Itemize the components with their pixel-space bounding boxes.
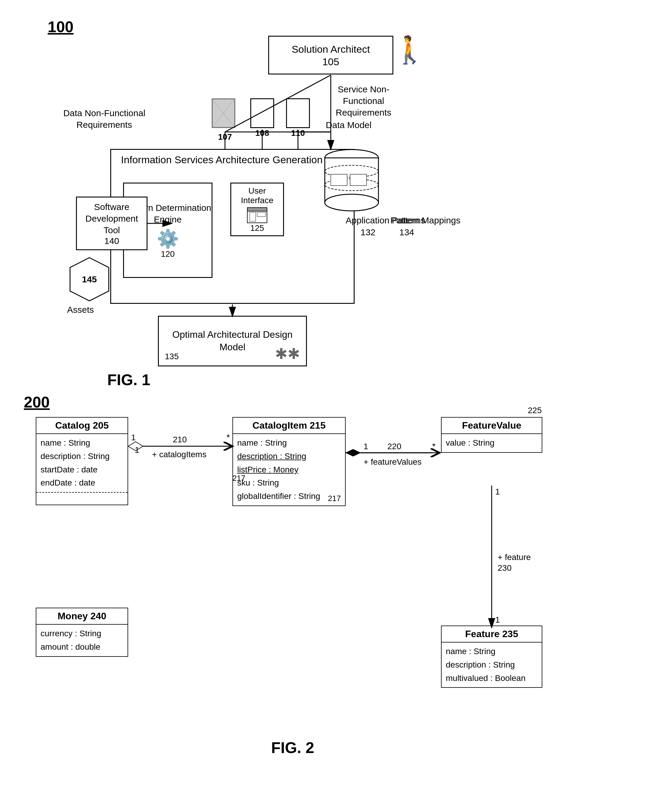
- svg-text:+ featureValues: + featureValues: [364, 457, 422, 467]
- doc-108: 108: [250, 98, 274, 128]
- data-nonfunctional-label: Data Non-Functional Requirements: [63, 107, 146, 131]
- featurevalue-body: value : String: [441, 434, 542, 452]
- fig2-caption: FIG. 2: [271, 739, 314, 757]
- svg-text:210: 210: [173, 435, 187, 444]
- oadm-num: 135: [165, 352, 179, 361]
- svg-rect-4: [247, 208, 267, 211]
- pde-num: 120: [161, 249, 175, 259]
- svg-text:1: 1: [131, 433, 136, 442]
- doc-108-label: 108: [255, 128, 269, 138]
- money-box: Money 240 currency : String amount : dou…: [36, 608, 128, 657]
- money-title: Money 240: [36, 608, 128, 625]
- fig1-diagram: 100 Solution Architect 105 🚶 107 108 110: [24, 18, 639, 370]
- page: 100 Solution Architect 105 🚶 107 108 110: [0, 0, 663, 812]
- svg-text:*: *: [226, 432, 230, 442]
- feature-body: name : String description : String multi…: [441, 642, 542, 687]
- app-patterns-num: 132: [361, 226, 375, 238]
- gear-icon: ⚙️: [157, 228, 179, 249]
- svg-rect-13: [350, 174, 367, 186]
- pattern-mappings-num: 134: [399, 226, 414, 238]
- ui-box: User Interface 125: [230, 182, 284, 236]
- database-cylinder: [322, 149, 382, 215]
- isagt-label: Information Services Architecture Genera…: [111, 154, 354, 166]
- svg-text:1: 1: [364, 442, 368, 451]
- svg-line-22: [225, 75, 331, 132]
- svg-marker-38: [346, 449, 361, 456]
- catalog-body: name : String description : String start…: [36, 434, 128, 492]
- money-body: currency : String amount : double: [36, 625, 128, 656]
- svg-text:1: 1: [495, 615, 500, 624]
- person-icon: 🚶: [393, 36, 426, 63]
- catalogitem-title: CatalogItem 215: [233, 418, 345, 434]
- svg-text:230: 230: [498, 563, 512, 573]
- featurevalue-title: FeatureValue: [441, 418, 542, 434]
- solution-architect-box: Solution Architect 105: [268, 36, 393, 74]
- featurevalue-ref-num: 225: [528, 406, 542, 415]
- doc-110-label: 110: [291, 128, 305, 138]
- feature-box: Feature 235 name : String description : …: [441, 626, 542, 688]
- svg-text:+ catalogItems: + catalogItems: [152, 450, 207, 459]
- fig1-ref-label: 100: [48, 18, 74, 36]
- feature-title: Feature 235: [441, 626, 542, 642]
- sdt-box: Software Development Tool 140: [76, 197, 147, 250]
- catalogitem-box: CatalogItem 215 name : String descriptio…: [233, 417, 346, 506]
- svg-rect-12: [331, 174, 347, 186]
- doc-110: 110: [286, 98, 310, 128]
- fig1-caption: FIG. 1: [107, 371, 150, 389]
- sdt-num: 140: [104, 236, 119, 246]
- featurevalue-box: 225 FeatureValue value : String: [441, 417, 542, 453]
- doc-107: 107: [212, 98, 238, 131]
- svg-marker-30: [128, 442, 143, 451]
- svg-point-9: [325, 194, 378, 211]
- pattern-mappings-label: Pattern Mappings: [390, 215, 460, 226]
- ui-label: User Interface: [231, 186, 283, 205]
- oadm-box: Optimal Architectural Design Model 135 ✱…: [158, 316, 307, 366]
- svg-text:1: 1: [135, 445, 139, 455]
- ref-217-label: 217: [233, 474, 245, 483]
- svg-text:*: *: [432, 441, 436, 451]
- catalogitem-ref: 217: [328, 494, 341, 503]
- sparkle-icon: ✱✱: [275, 345, 300, 363]
- svg-text:+ feature: + feature: [498, 552, 531, 562]
- sdt-label: Software Development Tool: [77, 201, 147, 236]
- data-model-label: Data Model: [325, 119, 372, 131]
- assets-label: Assets: [67, 304, 94, 315]
- fig2-diagram: 200 Catalog 205 name : String descriptio…: [24, 393, 639, 804]
- ui-num: 125: [250, 223, 264, 233]
- catalog-title: Catalog 205: [36, 418, 128, 434]
- fig2-ref-label: 200: [24, 393, 50, 411]
- svg-rect-5: [250, 212, 255, 221]
- svg-text:145: 145: [82, 274, 97, 284]
- svg-text:220: 220: [387, 442, 401, 451]
- svg-rect-6: [257, 212, 265, 216]
- catalog-box: Catalog 205 name : String description : …: [36, 417, 128, 505]
- service-nonfunctional-label: Service Non-Functional Requirements: [322, 83, 405, 118]
- assets-hexagon: 145: [68, 256, 110, 302]
- svg-text:1: 1: [495, 487, 500, 496]
- doc-107-label: 107: [218, 132, 232, 142]
